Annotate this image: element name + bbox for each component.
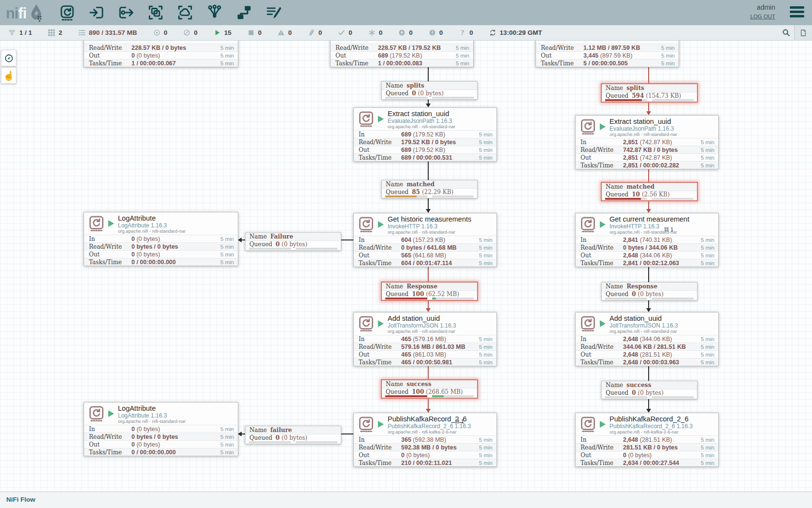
processor-type-icon (358, 315, 374, 331)
status-last-refreshed[interactable]: 13:00:29 GMT (489, 29, 542, 36)
connection-name: Failure (270, 233, 293, 240)
processor-bundle: org.apache.nifi - nifi-standard-nar (609, 329, 715, 334)
new-template-button[interactable] (794, 25, 812, 40)
processor-log2[interactable]: LogAttribute LogAttribute 1.16.3 org.apa… (84, 402, 238, 456)
processor-type-icon (358, 416, 374, 432)
object-threshold-bar (605, 298, 647, 299)
connection-label-successR[interactable]: Namesuccess Queued0(0 bytes) (601, 381, 697, 399)
object-threshold-bar (385, 298, 427, 299)
processor-type: EvaluateJsonPath 1.16.3 (609, 126, 715, 133)
processor-extractR[interactable]: Extract station_uuid EvaluateJsonPath 1.… (575, 115, 719, 169)
active-threads-badge: 1 (664, 226, 673, 232)
status-invalid: 0 (277, 29, 292, 36)
processor-header: LogAttribute LogAttribute 1.16.3 org.apa… (84, 403, 238, 425)
breadcrumb[interactable]: NiFi Flow (6, 496, 35, 503)
connection-label-failTop[interactable]: NameFailure Queued0(0 bytes) (245, 232, 341, 251)
processor-header: Get current measurement InvokeHTTP 1.16.… (576, 213, 718, 236)
stat-row-out: Out689 (179.52 KB)5 min (354, 146, 496, 153)
template-tool-icon[interactable] (235, 3, 253, 22)
processor-tool-icon[interactable] (58, 3, 76, 22)
connection-label-responseM[interactable]: NameResponse Queued100(62.52 MB) (381, 282, 478, 301)
status-bar: 1 / 12890 / 331.57 MB00150000000?013:00:… (0, 25, 812, 41)
processor-type: LogAttribute 1.16.3 (118, 413, 235, 419)
stat-row-in: In2,648 (281.51 KB)5 min (576, 435, 718, 443)
arrowhead-icon (646, 409, 651, 413)
running-status-icon (600, 320, 606, 327)
object-threshold-bar (605, 99, 647, 101)
processor-publishR[interactable]: PublishKafkaRecord_2_6 PublishKafkaRecor… (575, 413, 719, 467)
stat-row-out: Out0 (0 bytes)5 min (576, 451, 718, 459)
search-icon[interactable] (778, 25, 794, 40)
processor-current[interactable]: Get current measurement InvokeHTTP 1.16.… (575, 213, 719, 267)
remote-process-group-tool-icon[interactable] (176, 3, 194, 22)
processor-type: PublishKafkaRecord_2_6 1.16.3 (388, 423, 493, 430)
compass-icon (4, 54, 14, 63)
running-status-icon (378, 221, 384, 228)
stat-row-in (331, 40, 473, 44)
connection-name: success (406, 381, 431, 388)
backpressure-bars (382, 97, 477, 99)
logout-link[interactable]: LOG OUT (750, 14, 775, 19)
connection-name: Response (626, 283, 657, 290)
object-threshold-bar (385, 395, 427, 397)
svg-text:?: ? (461, 29, 464, 36)
process-group-tool-icon[interactable] (146, 3, 165, 22)
stat-row-in: In604 (157.23 KB)5 min (354, 236, 496, 243)
operate-palette-button[interactable]: ☝ (1, 67, 16, 84)
connection-label-failBot[interactable]: Namefailure Queued0(0 bytes) (245, 426, 341, 444)
global-menu-icon[interactable] (790, 6, 804, 19)
processor-historic[interactable]: Get historic measurements InvokeHTTP 1.1… (353, 213, 497, 267)
processor-partL[interactable]: Read/Write228.57 KB / 0 bytes5 min Out0 … (84, 40, 238, 67)
stat-row-tasks-time: Tasks/Time0 / 00:00:00.0005 min (84, 448, 238, 456)
connection-label-splitsR[interactable]: Namesplits Queued594(154.73 KB) (601, 83, 698, 103)
processor-header: Add station_uuid JoltTransformJSON 1.16.… (354, 313, 496, 335)
processor-addR[interactable]: Add station_uuid JoltTransformJSON 1.16.… (575, 312, 719, 366)
object-threshold-bar (385, 195, 427, 197)
processor-publishM[interactable]: PublishKafkaRecord_2_6 PublishKafkaRecor… (353, 413, 497, 467)
queued-count: 0 (276, 434, 279, 441)
backpressure-bars (602, 198, 697, 200)
funnel-tool-icon[interactable] (205, 3, 224, 22)
processor-partM[interactable]: Read/Write228.57 KB / 179.52 KB5 min Out… (330, 40, 474, 67)
connection-label-responseR[interactable]: NameResponse Queued0(0 bytes) (601, 282, 697, 300)
connection-label-matchedM[interactable]: Namematched Queued85(22.29 KB) (381, 180, 478, 198)
status-locally-modified: 0 (368, 29, 383, 36)
processor-addM[interactable]: Add station_uuid JoltTransformJSON 1.16.… (353, 312, 497, 366)
flow-canvas[interactable]: ☝ Read/Write228.57 KB / 0 bytes5 min Out… (0, 40, 812, 492)
processor-header: Get historic measurements InvokeHTTP 1.1… (354, 213, 496, 236)
up-to-date-icon (338, 29, 345, 36)
output-port-tool-icon[interactable] (117, 3, 135, 22)
refresh-icon[interactable] (489, 29, 496, 36)
processor-extractM[interactable]: Extract station_uuid EvaluateJsonPath 1.… (353, 107, 497, 162)
status-sync-failure: ?0 (459, 29, 473, 36)
navigate-palette-button[interactable] (1, 50, 16, 66)
connection-label-successM[interactable]: Namesuccess Queued100(268.65 MB) (381, 379, 478, 399)
object-threshold-bar (249, 441, 291, 443)
stat-row-read-write: Read/Write1.12 MB / 897.59 KB5 min (536, 44, 679, 51)
size-threshold-bar (432, 97, 474, 99)
running-status-icon (378, 116, 384, 122)
processor-type-icon (88, 215, 104, 231)
queued-size: (0 bytes) (282, 241, 307, 248)
input-port-tool-icon[interactable] (87, 3, 106, 22)
label-tool-icon[interactable] (264, 3, 283, 22)
connection-name: matched (626, 183, 654, 190)
running-icon (214, 29, 221, 36)
object-threshold-bar (605, 396, 647, 398)
processor-header: LogAttribute LogAttribute 1.16.3 org.apa… (84, 212, 238, 235)
stat-row-read-write: Read/Write742.87 KB / 0 bytes5 min (576, 146, 718, 153)
connection-name: matched (406, 181, 435, 188)
processor-partR[interactable]: Read/Write1.12 MB / 897.59 KB5 min Out3,… (536, 40, 679, 67)
size-threshold-bar (432, 298, 474, 299)
status-disabled: 0 (308, 29, 322, 36)
app-header: nifi admin LOG OUT (0, 0, 812, 25)
component-toolbar (58, 3, 283, 22)
processor-bundle: org.apache.nifi - nifi-standard-nar (118, 229, 235, 234)
backpressure-bars (602, 99, 697, 101)
processor-type-icon (580, 216, 596, 232)
connection-label-splitsM[interactable]: Namesplits Queued0(0 bytes) (381, 81, 478, 100)
processor-log1[interactable]: LogAttribute LogAttribute 1.16.3 org.apa… (84, 212, 238, 266)
queued-count: 0 (632, 291, 636, 298)
status-running: 15 (214, 29, 232, 36)
connection-label-matchedR[interactable]: Namematched Queued10(2.56 KB) (601, 182, 698, 201)
